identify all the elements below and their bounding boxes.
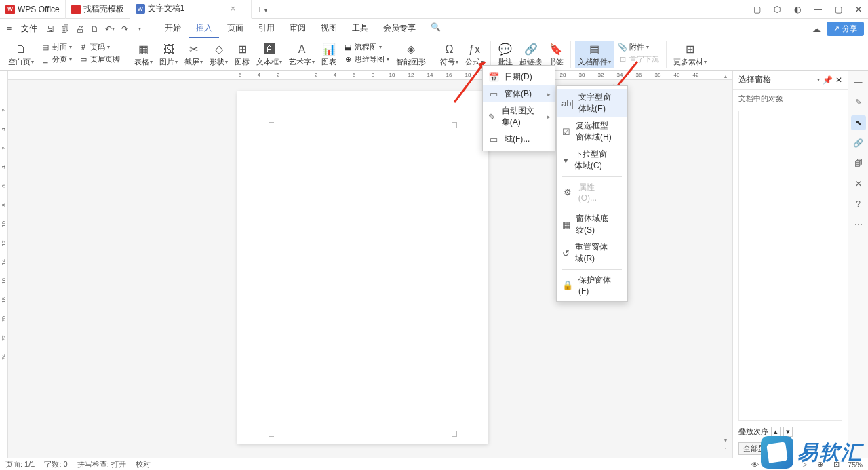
- win-globe-icon[interactable]: ◐: [788, 0, 807, 19]
- break-icon: ⎯: [41, 54, 50, 64]
- toolbar-select-icon[interactable]: ⬉: [851, 115, 866, 130]
- dropdown-date[interactable]: 📅日期(D): [483, 68, 555, 85]
- screenshot-button[interactable]: ✂截屏▾: [182, 41, 205, 68]
- right-toolbar: — ✎ ⬉ 🔗 🗐 ✕ ? ⋯: [848, 71, 868, 458]
- submenu-shading[interactable]: ▦窗体域底纹(S): [557, 210, 627, 239]
- add-tab-button[interactable]: + ▾: [252, 5, 272, 14]
- save-icon[interactable]: 🖫: [44, 23, 56, 35]
- menu-tabs: 开始 插入 页面 引用 审阅 视图 工具 会员专享 🔍: [158, 20, 448, 38]
- scroll-up-icon[interactable]: ▴: [722, 72, 730, 80]
- toolbar-help-icon[interactable]: ?: [851, 197, 866, 212]
- blank-page-button[interactable]: 🗋空白页▾: [5, 41, 37, 68]
- minimize-button[interactable]: —: [808, 0, 827, 19]
- layer-down-icon[interactable]: ▾: [783, 427, 793, 437]
- submenu-protect[interactable]: 🔒保护窗体(F): [557, 272, 627, 298]
- visibility-icon[interactable]: 👁: [750, 459, 761, 470]
- toolbar-doc-icon[interactable]: 🗐: [851, 156, 866, 171]
- ribbon: 🗋空白页▾ ▤封面▾ ⎯分页▾ #页码▾ ▭页眉页脚 ▦表格▾ 🖼图片▾ ✂截屏…: [0, 39, 868, 71]
- cover-button[interactable]: ▤封面▾: [38, 41, 75, 53]
- tab-app[interactable]: W WPS Office: [0, 0, 66, 19]
- break-button[interactable]: ⎯分页▾: [38, 54, 75, 65]
- comment-icon: 💬: [498, 43, 512, 56]
- icon-button[interactable]: ⊞图标: [232, 41, 252, 68]
- table-button[interactable]: ▦表格▾: [132, 41, 155, 68]
- submenu-dropdown-form[interactable]: ▾下拉型窗体域(C): [557, 146, 627, 174]
- picture-button[interactable]: 🖼图片▾: [157, 41, 180, 68]
- reset-icon: ↺: [562, 248, 570, 258]
- close-button[interactable]: ✕: [849, 0, 868, 19]
- form-submenu: ab|文字型窗体域(E) ☑复选框型窗体域(H) ▾下拉型窗体域(C) ⚙属性(…: [556, 85, 628, 302]
- win-compact-icon[interactable]: ▢: [747, 0, 766, 19]
- chart-button[interactable]: 📊图表: [319, 41, 339, 68]
- toolbar-pen-icon[interactable]: ✎: [851, 95, 866, 110]
- dropdown-form[interactable]: ▭窗体(B)▸: [483, 85, 555, 102]
- layer-up-icon[interactable]: ▴: [771, 427, 781, 437]
- wps-logo-icon: W: [5, 5, 15, 14]
- undo-icon[interactable]: ↶▾: [104, 23, 116, 35]
- scroll-down-icon[interactable]: ▾: [722, 436, 730, 444]
- maximize-button[interactable]: ▢: [829, 0, 848, 19]
- menu-tab-home[interactable]: 开始: [158, 20, 188, 38]
- file-menu[interactable]: 文件: [17, 23, 41, 35]
- submenu-reset[interactable]: ↺重置窗体域(R): [557, 239, 627, 267]
- menubar: ≡ 文件 🖫 🗐 🖨 🗋 ↶▾ ↷ ▾ 开始 插入 页面 引用 审阅 视图 工具…: [0, 19, 868, 39]
- header-footer-button[interactable]: ▭页眉页脚: [76, 54, 123, 65]
- toolbar-collapse-icon[interactable]: —: [851, 75, 866, 90]
- dropdown-autotext[interactable]: ✎自动图文集(A)▸: [483, 102, 555, 131]
- flowchart-button[interactable]: ⬓流程图▾: [340, 41, 392, 53]
- toolbar-link-icon[interactable]: 🔗: [851, 136, 866, 151]
- mindmap-button[interactable]: ⊕思维导图▾: [340, 54, 392, 65]
- print-icon[interactable]: 🖨: [74, 23, 86, 35]
- tab-templates[interactable]: 找稿壳模板: [66, 0, 130, 19]
- page-num-button[interactable]: #页码▾: [76, 41, 123, 53]
- screenshot-icon: ✂: [187, 43, 201, 56]
- watermark-logo-icon: [761, 436, 793, 469]
- menu-tab-member[interactable]: 会员专享: [376, 20, 422, 38]
- attachment-button[interactable]: 📎附件▾: [615, 41, 662, 53]
- preview-icon[interactable]: 🗋: [89, 23, 101, 35]
- smartart-button[interactable]: ◈智能图形: [393, 41, 429, 68]
- attachment-icon: 📎: [618, 42, 627, 52]
- share-button[interactable]: ↗分享: [827, 22, 864, 36]
- menu-tab-search[interactable]: 🔍: [424, 20, 448, 38]
- hamburger-icon[interactable]: ≡: [4, 24, 14, 34]
- menu-tab-review[interactable]: 审阅: [283, 20, 313, 38]
- menu-tab-tools[interactable]: 工具: [345, 20, 375, 38]
- menu-tab-insert[interactable]: 插入: [189, 20, 219, 38]
- qat-more-icon[interactable]: ▾: [134, 23, 146, 35]
- toolbar-tools-icon[interactable]: ✕: [851, 176, 866, 191]
- tab-close-icon[interactable]: ×: [228, 4, 237, 14]
- tab-document[interactable]: W 文字文稿1 ×: [130, 0, 252, 19]
- pane-title: 选择窗格: [738, 74, 814, 85]
- autotext-icon: ✎: [488, 111, 496, 122]
- status-page[interactable]: 页面: 1/1: [5, 459, 35, 469]
- wordart-button[interactable]: A艺术字▾: [286, 41, 317, 68]
- pane-close-icon[interactable]: ✕: [835, 75, 842, 85]
- menu-tab-references[interactable]: 引用: [252, 20, 281, 38]
- export-icon[interactable]: 🗐: [59, 23, 71, 35]
- submenu-checkbox-form[interactable]: ☑复选框型窗体域(H): [557, 117, 627, 146]
- more-material-button[interactable]: ⊞更多素材▾: [671, 41, 709, 68]
- textbox-button[interactable]: 🅰文本框▾: [254, 41, 285, 68]
- chart-icon: 📊: [322, 43, 336, 56]
- toolbar-more-icon[interactable]: ⋯: [851, 217, 866, 232]
- flowchart-icon: ⬓: [343, 42, 353, 52]
- bookmark-button[interactable]: 🔖书签: [546, 41, 566, 68]
- document-page[interactable]: [237, 91, 488, 444]
- status-spell[interactable]: 拼写检查: 打开: [77, 459, 126, 469]
- menu-tab-page[interactable]: 页面: [220, 20, 250, 38]
- pane-pin-icon[interactable]: 📌: [823, 75, 833, 85]
- win-cube-icon[interactable]: ⬡: [768, 0, 787, 19]
- status-words[interactable]: 字数: 0: [44, 459, 67, 469]
- scroll-options-icon[interactable]: ⋮: [722, 446, 730, 454]
- hyperlink-button[interactable]: 🔗超链接: [517, 41, 545, 68]
- menu-tab-view[interactable]: 视图: [314, 20, 344, 38]
- comment-button[interactable]: 💬批注: [495, 41, 515, 68]
- shape-button[interactable]: ◇形状▾: [207, 41, 231, 68]
- dropdown-field[interactable]: ▭域(F)...: [483, 131, 555, 148]
- submenu-text-form[interactable]: ab|文字型窗体域(E): [557, 89, 627, 117]
- pane-object-list[interactable]: [738, 111, 842, 421]
- status-proof[interactable]: 校对: [136, 459, 151, 469]
- cloud-icon[interactable]: ☁: [810, 23, 823, 35]
- redo-icon[interactable]: ↷: [119, 23, 131, 35]
